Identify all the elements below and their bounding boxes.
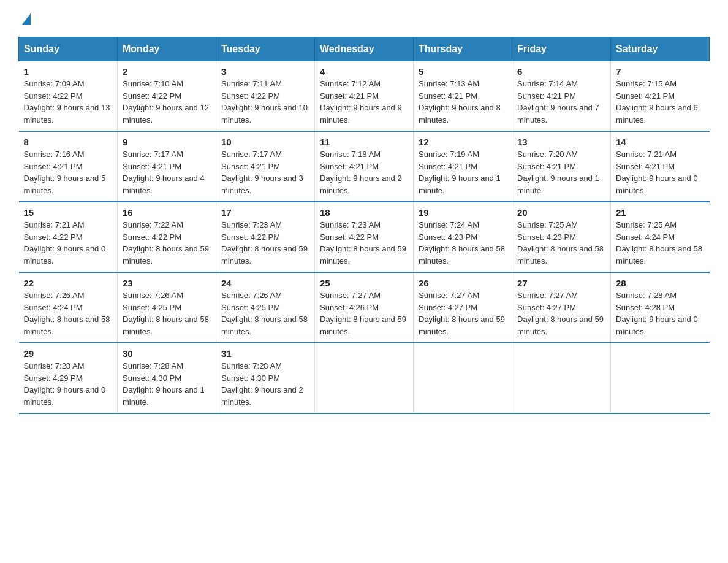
header-cell-saturday: Saturday bbox=[611, 37, 710, 61]
day-info: Sunrise: 7:28 AM Sunset: 4:28 PM Dayligh… bbox=[616, 289, 705, 337]
day-info: Sunrise: 7:21 AM Sunset: 4:21 PM Dayligh… bbox=[616, 148, 705, 196]
header-cell-thursday: Thursday bbox=[414, 37, 512, 61]
day-info: Sunrise: 7:25 AM Sunset: 4:24 PM Dayligh… bbox=[616, 219, 705, 267]
day-cell: 23 Sunrise: 7:26 AM Sunset: 4:25 PM Dayl… bbox=[118, 272, 216, 343]
day-cell: 2 Sunrise: 7:10 AM Sunset: 4:22 PM Dayli… bbox=[118, 61, 216, 132]
day-info: Sunrise: 7:26 AM Sunset: 4:25 PM Dayligh… bbox=[123, 289, 211, 337]
day-number: 9 bbox=[123, 137, 211, 147]
day-info: Sunrise: 7:28 AM Sunset: 4:30 PM Dayligh… bbox=[123, 360, 211, 408]
day-number: 18 bbox=[320, 207, 408, 218]
day-cell: 27 Sunrise: 7:27 AM Sunset: 4:27 PM Dayl… bbox=[512, 272, 611, 343]
day-cell: 14 Sunrise: 7:21 AM Sunset: 4:21 PM Dayl… bbox=[611, 131, 710, 202]
day-cell: 20 Sunrise: 7:25 AM Sunset: 4:23 PM Dayl… bbox=[512, 202, 611, 272]
day-number: 15 bbox=[24, 207, 113, 218]
day-cell: 30 Sunrise: 7:28 AM Sunset: 4:30 PM Dayl… bbox=[118, 343, 216, 413]
page-header bbox=[18, 12, 710, 25]
day-cell: 13 Sunrise: 7:20 AM Sunset: 4:21 PM Dayl… bbox=[512, 131, 611, 202]
day-cell: 18 Sunrise: 7:23 AM Sunset: 4:22 PM Dayl… bbox=[315, 202, 414, 272]
day-cell: 22 Sunrise: 7:26 AM Sunset: 4:24 PM Dayl… bbox=[19, 272, 118, 343]
header-cell-tuesday: Tuesday bbox=[216, 37, 315, 61]
day-info: Sunrise: 7:10 AM Sunset: 4:22 PM Dayligh… bbox=[123, 78, 211, 126]
logo bbox=[18, 12, 31, 25]
day-number: 2 bbox=[123, 66, 211, 77]
day-info: Sunrise: 7:27 AM Sunset: 4:26 PM Dayligh… bbox=[320, 289, 408, 337]
day-info: Sunrise: 7:13 AM Sunset: 4:21 PM Dayligh… bbox=[419, 78, 507, 126]
day-info: Sunrise: 7:28 AM Sunset: 4:29 PM Dayligh… bbox=[24, 360, 113, 408]
day-info: Sunrise: 7:17 AM Sunset: 4:21 PM Dayligh… bbox=[123, 148, 211, 196]
day-cell: 8 Sunrise: 7:16 AM Sunset: 4:21 PM Dayli… bbox=[19, 131, 118, 202]
day-info: Sunrise: 7:27 AM Sunset: 4:27 PM Dayligh… bbox=[517, 289, 605, 337]
header-cell-wednesday: Wednesday bbox=[315, 37, 414, 61]
day-info: Sunrise: 7:16 AM Sunset: 4:21 PM Dayligh… bbox=[24, 148, 113, 196]
day-cell: 4 Sunrise: 7:12 AM Sunset: 4:21 PM Dayli… bbox=[315, 61, 414, 132]
day-cell: 29 Sunrise: 7:28 AM Sunset: 4:29 PM Dayl… bbox=[19, 343, 118, 413]
day-number: 25 bbox=[320, 278, 408, 288]
day-number: 7 bbox=[616, 66, 705, 77]
day-cell: 10 Sunrise: 7:17 AM Sunset: 4:21 PM Dayl… bbox=[216, 131, 315, 202]
day-info: Sunrise: 7:27 AM Sunset: 4:27 PM Dayligh… bbox=[419, 289, 507, 337]
day-info: Sunrise: 7:19 AM Sunset: 4:21 PM Dayligh… bbox=[419, 148, 507, 196]
day-number: 4 bbox=[320, 66, 408, 77]
day-info: Sunrise: 7:12 AM Sunset: 4:21 PM Dayligh… bbox=[320, 78, 408, 126]
day-info: Sunrise: 7:22 AM Sunset: 4:22 PM Dayligh… bbox=[123, 219, 211, 267]
day-cell: 19 Sunrise: 7:24 AM Sunset: 4:23 PM Dayl… bbox=[414, 202, 512, 272]
day-info: Sunrise: 7:09 AM Sunset: 4:22 PM Dayligh… bbox=[24, 78, 113, 126]
day-number: 19 bbox=[419, 207, 507, 218]
day-info: Sunrise: 7:17 AM Sunset: 4:21 PM Dayligh… bbox=[221, 148, 309, 196]
day-cell: 25 Sunrise: 7:27 AM Sunset: 4:26 PM Dayl… bbox=[315, 272, 414, 343]
day-info: Sunrise: 7:23 AM Sunset: 4:22 PM Dayligh… bbox=[320, 219, 408, 267]
calendar-table: SundayMondayTuesdayWednesdayThursdayFrid… bbox=[18, 37, 710, 414]
day-info: Sunrise: 7:20 AM Sunset: 4:21 PM Dayligh… bbox=[517, 148, 605, 196]
day-info: Sunrise: 7:18 AM Sunset: 4:21 PM Dayligh… bbox=[320, 148, 408, 196]
day-cell: 6 Sunrise: 7:14 AM Sunset: 4:21 PM Dayli… bbox=[512, 61, 611, 132]
week-row-2: 8 Sunrise: 7:16 AM Sunset: 4:21 PM Dayli… bbox=[19, 131, 710, 202]
day-info: Sunrise: 7:23 AM Sunset: 4:22 PM Dayligh… bbox=[221, 219, 309, 267]
day-number: 6 bbox=[517, 66, 605, 77]
day-cell: 21 Sunrise: 7:25 AM Sunset: 4:24 PM Dayl… bbox=[611, 202, 710, 272]
day-cell: 3 Sunrise: 7:11 AM Sunset: 4:22 PM Dayli… bbox=[216, 61, 315, 132]
day-number: 30 bbox=[123, 348, 211, 359]
day-cell: 17 Sunrise: 7:23 AM Sunset: 4:22 PM Dayl… bbox=[216, 202, 315, 272]
day-cell bbox=[414, 343, 512, 413]
day-number: 31 bbox=[221, 348, 309, 359]
day-number: 22 bbox=[24, 278, 113, 288]
day-number: 27 bbox=[517, 278, 605, 288]
week-row-5: 29 Sunrise: 7:28 AM Sunset: 4:29 PM Dayl… bbox=[19, 343, 710, 413]
day-number: 28 bbox=[616, 278, 705, 288]
day-info: Sunrise: 7:21 AM Sunset: 4:22 PM Dayligh… bbox=[24, 219, 113, 267]
day-number: 8 bbox=[24, 137, 113, 147]
day-info: Sunrise: 7:26 AM Sunset: 4:24 PM Dayligh… bbox=[24, 289, 113, 337]
day-cell: 16 Sunrise: 7:22 AM Sunset: 4:22 PM Dayl… bbox=[118, 202, 216, 272]
day-number: 26 bbox=[419, 278, 507, 288]
day-cell: 24 Sunrise: 7:26 AM Sunset: 4:25 PM Dayl… bbox=[216, 272, 315, 343]
day-cell: 15 Sunrise: 7:21 AM Sunset: 4:22 PM Dayl… bbox=[19, 202, 118, 272]
header-cell-friday: Friday bbox=[512, 37, 611, 61]
day-number: 3 bbox=[221, 66, 309, 77]
day-cell: 31 Sunrise: 7:28 AM Sunset: 4:30 PM Dayl… bbox=[216, 343, 315, 413]
header-cell-sunday: Sunday bbox=[19, 37, 118, 61]
day-number: 13 bbox=[517, 137, 605, 147]
day-cell: 7 Sunrise: 7:15 AM Sunset: 4:21 PM Dayli… bbox=[611, 61, 710, 132]
day-cell: 1 Sunrise: 7:09 AM Sunset: 4:22 PM Dayli… bbox=[19, 61, 118, 132]
day-number: 5 bbox=[419, 66, 507, 77]
day-cell bbox=[512, 343, 611, 413]
day-number: 24 bbox=[221, 278, 309, 288]
day-number: 16 bbox=[123, 207, 211, 218]
day-number: 12 bbox=[419, 137, 507, 147]
day-info: Sunrise: 7:15 AM Sunset: 4:21 PM Dayligh… bbox=[616, 78, 705, 126]
header-row: SundayMondayTuesdayWednesdayThursdayFrid… bbox=[19, 37, 710, 61]
day-number: 14 bbox=[616, 137, 705, 147]
day-cell bbox=[315, 343, 414, 413]
day-number: 20 bbox=[517, 207, 605, 218]
day-cell: 12 Sunrise: 7:19 AM Sunset: 4:21 PM Dayl… bbox=[414, 131, 512, 202]
day-info: Sunrise: 7:11 AM Sunset: 4:22 PM Dayligh… bbox=[221, 78, 309, 126]
week-row-3: 15 Sunrise: 7:21 AM Sunset: 4:22 PM Dayl… bbox=[19, 202, 710, 272]
day-cell bbox=[611, 343, 710, 413]
week-row-1: 1 Sunrise: 7:09 AM Sunset: 4:22 PM Dayli… bbox=[19, 61, 710, 132]
day-number: 21 bbox=[616, 207, 705, 218]
week-row-4: 22 Sunrise: 7:26 AM Sunset: 4:24 PM Dayl… bbox=[19, 272, 710, 343]
day-cell: 28 Sunrise: 7:28 AM Sunset: 4:28 PM Dayl… bbox=[611, 272, 710, 343]
day-info: Sunrise: 7:26 AM Sunset: 4:25 PM Dayligh… bbox=[221, 289, 309, 337]
day-number: 29 bbox=[24, 348, 113, 359]
day-cell: 11 Sunrise: 7:18 AM Sunset: 4:21 PM Dayl… bbox=[315, 131, 414, 202]
